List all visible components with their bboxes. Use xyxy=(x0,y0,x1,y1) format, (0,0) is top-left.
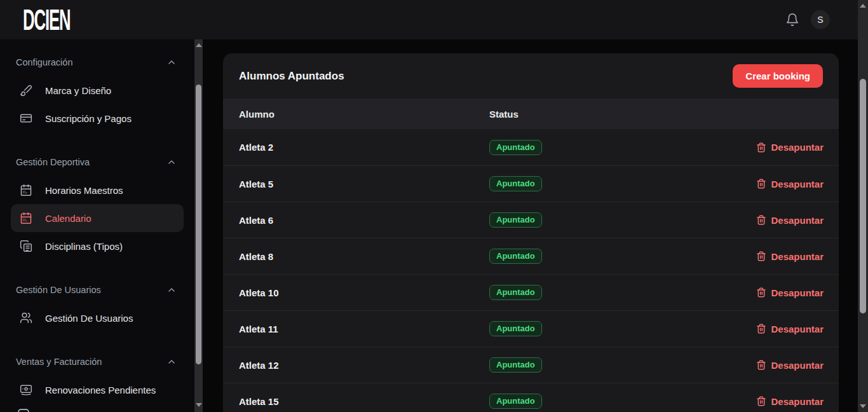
athlete-name: Atleta 10 xyxy=(239,287,489,298)
scroll-down-arrow-icon[interactable] xyxy=(196,403,202,407)
sidebar-item-calendario[interactable]: Calendario xyxy=(11,204,184,232)
chevron-up-icon xyxy=(166,57,177,67)
trash-icon xyxy=(756,324,766,334)
trash-icon xyxy=(756,179,766,189)
status-cell: Apuntado xyxy=(489,394,756,409)
section-label: Configuración xyxy=(16,57,72,67)
status-cell: Apuntado xyxy=(489,321,756,336)
scroll-up-arrow-icon[interactable] xyxy=(860,4,866,8)
desapuntar-button[interactable]: Desapuntar xyxy=(756,142,824,153)
desapuntar-label: Desapuntar xyxy=(771,179,824,189)
sidebar-section-items: Renovaciones Pendientes xyxy=(0,376,194,404)
paintbrush-icon xyxy=(20,84,32,97)
status-badge: Apuntado xyxy=(489,394,542,409)
sidebar-item-label: Disciplinas (Tipos) xyxy=(45,241,123,252)
topbar-actions: S xyxy=(785,10,830,29)
trash-icon xyxy=(756,251,766,261)
table-row: Atleta 15 Apuntado Desapuntar xyxy=(223,383,839,412)
desapuntar-label: Desapuntar xyxy=(771,324,824,334)
sidebar-section-items: Gestión De Usuarios xyxy=(0,304,194,332)
sidebar-scrollbar[interactable] xyxy=(194,39,203,412)
sidebar-item-label: Gestión De Usuarios xyxy=(45,313,133,324)
desapuntar-label: Desapuntar xyxy=(771,396,824,407)
scroll-up-arrow-icon[interactable] xyxy=(196,43,202,47)
table-row: Atleta 6 Apuntado Desapuntar xyxy=(223,202,839,238)
table-header: Alumno Status xyxy=(223,99,839,129)
app-window: DCIEN S Configuración Marca y Diseño Sus… xyxy=(0,0,868,412)
status-badge: Apuntado xyxy=(489,212,542,228)
status-badge: Apuntado xyxy=(489,176,542,191)
sidebar-section-header-gestion-de-usuarios[interactable]: Gestión De Usuarios xyxy=(0,280,194,300)
user-avatar[interactable]: S xyxy=(811,10,830,29)
topbar: DCIEN S xyxy=(0,0,868,39)
desapuntar-label: Desapuntar xyxy=(771,287,824,298)
main-content: Alumnos Apuntados Crear booking Alumno S… xyxy=(203,39,868,412)
table-row: Atleta 11 Apuntado Desapuntar xyxy=(223,310,839,347)
table-row: Atleta 8 Apuntado Desapuntar xyxy=(223,238,839,274)
crear-booking-button[interactable]: Crear booking xyxy=(733,64,823,88)
athlete-name: Atleta 15 xyxy=(239,396,489,407)
athlete-name: Atleta 2 xyxy=(239,142,489,153)
sidebar-section-header-configuracion[interactable]: Configuración xyxy=(0,52,194,72)
status-cell: Apuntado xyxy=(489,285,756,300)
sidebar-item-disciplinas-tipos[interactable]: Disciplinas (Tipos) xyxy=(11,232,184,260)
sidebar-item-label: Marca y Diseño xyxy=(45,85,111,96)
scroll-down-arrow-icon[interactable] xyxy=(860,404,866,408)
sidebar-item-gestion-de-usuarios[interactable]: Gestión De Usuarios xyxy=(11,304,184,332)
sidebar-item-marca-y-diseno[interactable]: Marca y Diseño xyxy=(11,76,184,104)
page-scrollbar[interactable] xyxy=(858,0,868,412)
desapuntar-button[interactable]: Desapuntar xyxy=(756,396,824,407)
desapuntar-label: Desapuntar xyxy=(771,251,824,262)
athlete-name: Atleta 6 xyxy=(239,215,489,226)
sidebar-item-renovaciones-pendientes[interactable]: Renovaciones Pendientes xyxy=(11,376,184,404)
desapuntar-button[interactable]: Desapuntar xyxy=(756,179,824,189)
panel-title: Alumnos Apuntados xyxy=(239,70,344,83)
table-row: Atleta 2 Apuntado Desapuntar xyxy=(223,129,839,165)
notifications-bell-icon[interactable] xyxy=(785,13,799,27)
desapuntar-label: Desapuntar xyxy=(771,142,824,153)
sidebar-section-header-ventas-y-facturacion[interactable]: Ventas y Facturación xyxy=(0,352,194,372)
table-row: Atleta 5 Apuntado Desapuntar xyxy=(223,165,839,202)
status-badge: Apuntado xyxy=(489,357,542,373)
section-label: Ventas y Facturación xyxy=(16,357,102,367)
alumnos-panel: Alumnos Apuntados Crear booking Alumno S… xyxy=(223,53,839,412)
banknote-icon xyxy=(20,383,32,396)
table-row: Atleta 10 Apuntado Desapuntar xyxy=(223,274,839,310)
copy-icon xyxy=(20,240,32,252)
athlete-name: Atleta 5 xyxy=(239,179,489,189)
sidebar-section-items: Horarios Maestros Calendario Disciplinas… xyxy=(0,176,194,260)
trash-icon xyxy=(756,360,766,370)
sidebar-section-items: Marca y Diseño Suscripción y Pagos xyxy=(0,76,194,132)
section-label: Gestión Deportiva xyxy=(16,157,90,167)
sidebar-scrollbar-thumb[interactable] xyxy=(196,85,201,364)
page-scrollbar-thumb[interactable] xyxy=(860,79,866,313)
users-icon xyxy=(20,312,32,324)
desapuntar-label: Desapuntar xyxy=(771,215,824,226)
sidebar-section: Gestión De Usuarios Gestión De Usuarios xyxy=(0,280,194,332)
content-area: Configuración Marca y Diseño Suscripción… xyxy=(0,39,868,412)
status-badge: Apuntado xyxy=(489,321,542,336)
credit-card-icon xyxy=(20,112,32,125)
trash-icon xyxy=(756,215,766,225)
chevron-up-icon xyxy=(166,357,177,367)
chevron-up-icon xyxy=(166,157,177,167)
sidebar-nav: Configuración Marca y Diseño Suscripción… xyxy=(0,39,194,412)
desapuntar-button[interactable]: Desapuntar xyxy=(756,360,824,371)
sidebar-section-header-gestion-deportiva[interactable]: Gestión Deportiva xyxy=(0,152,194,172)
athlete-name: Atleta 12 xyxy=(239,360,489,371)
desapuntar-button[interactable]: Desapuntar xyxy=(756,251,824,262)
desapuntar-label: Desapuntar xyxy=(771,360,824,371)
desapuntar-button[interactable]: Desapuntar xyxy=(756,324,824,334)
column-header-status: Status xyxy=(489,109,824,120)
desapuntar-button[interactable]: Desapuntar xyxy=(756,287,824,298)
athlete-name: Atleta 8 xyxy=(239,251,489,262)
sidebar-item-label: Suscripción y Pagos xyxy=(45,113,132,124)
table-row: Atleta 12 Apuntado Desapuntar xyxy=(223,347,839,383)
trash-icon xyxy=(756,287,766,298)
sidebar-item-label: Horarios Maestros xyxy=(45,185,123,196)
status-cell: Apuntado xyxy=(489,357,756,373)
sidebar-item-horarios-maestros[interactable]: Horarios Maestros xyxy=(11,176,184,204)
desapuntar-button[interactable]: Desapuntar xyxy=(756,215,824,226)
table-body: Atleta 2 Apuntado Desapuntar Atleta 5 Ap… xyxy=(223,129,839,412)
sidebar-item-suscripcion-y-pagos[interactable]: Suscripción y Pagos xyxy=(11,104,184,132)
